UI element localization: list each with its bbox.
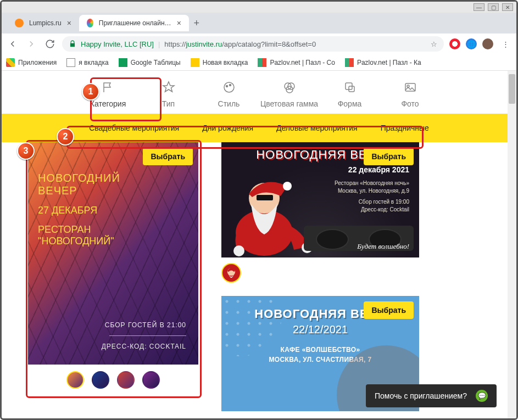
filter-shape[interactable]: Форма bbox=[320, 81, 380, 108]
url-scheme: https:// bbox=[164, 40, 186, 48]
help-widget[interactable]: Помочь с приглашением? 💬 bbox=[366, 384, 497, 407]
cards-grid: 3 Выбрать НОВОГОДНИЙ ВЕЧЕР 27 ДЕКАБРЯ РЕ… bbox=[2, 142, 516, 150]
filter-label: Форма bbox=[338, 99, 362, 108]
window-minimize-button[interactable]: — bbox=[474, 3, 484, 11]
apps-icon bbox=[6, 58, 15, 67]
yandex-icon bbox=[191, 58, 199, 67]
color-swatches bbox=[221, 257, 419, 288]
card-gather-time: СБОР ГОСТЕЙ В 21:00 bbox=[102, 321, 186, 329]
bookmark-label: Google Таблицы bbox=[131, 59, 181, 66]
favicon-icon bbox=[15, 19, 24, 27]
tab-title: Lumpics.ru bbox=[29, 19, 62, 27]
bookmark-label: Pazlov.net | Пазл - Ка bbox=[357, 59, 421, 66]
bookmarks-apps[interactable]: Приложения bbox=[6, 58, 57, 67]
bookmark-item[interactable]: Google Таблицы bbox=[119, 58, 181, 67]
menu-button[interactable]: ⋮ bbox=[499, 37, 512, 51]
color-swatch[interactable] bbox=[117, 371, 135, 389]
select-button[interactable]: Выбрать bbox=[143, 148, 193, 165]
color-swatches bbox=[28, 365, 198, 395]
select-button[interactable]: Выбрать bbox=[364, 301, 414, 319]
card-tagline: Будет волшебно! bbox=[357, 242, 409, 251]
favicon-icon bbox=[87, 19, 93, 27]
url-path: /app/catalog?limit=8&offset=0 bbox=[222, 40, 316, 48]
card-date: 27 ДЕКАБРЯ bbox=[38, 205, 120, 216]
reload-button[interactable] bbox=[43, 37, 57, 51]
filter-photo[interactable]: Фото bbox=[380, 81, 441, 108]
tab-title: Приглашение онлайн и сайт ме bbox=[99, 19, 171, 27]
help-label: Помочь с приглашением? bbox=[375, 391, 467, 400]
address-bar[interactable]: Happy Invite, LLC [RU] | https://justinv… bbox=[62, 36, 444, 52]
category-item[interactable]: Дни рождения bbox=[202, 124, 253, 132]
browser-toolbar: Happy Invite, LLC [RU] | https://justinv… bbox=[2, 33, 516, 54]
svg-rect-13 bbox=[257, 195, 273, 200]
filter-label: Стиль bbox=[218, 99, 240, 108]
bookmark-label: я вкладка bbox=[79, 59, 108, 66]
template-preview: НОВОГОДНИЙ ВЕЧЕР 27 ДЕКАБРЯ РЕСТОРАН"НОВ… bbox=[28, 142, 198, 365]
category-item[interactable]: Деловые мероприятия bbox=[276, 124, 358, 132]
card-title-line: НОВОГОДНИЙ bbox=[38, 172, 120, 184]
star-icon[interactable]: ☆ bbox=[431, 40, 437, 48]
select-button[interactable]: Выбрать bbox=[364, 148, 414, 165]
category-item[interactable]: Праздничные bbox=[381, 124, 429, 132]
card-date: 22/12/2021 bbox=[221, 323, 419, 336]
annotation-badge: 1 bbox=[82, 83, 99, 100]
bookmark-label: Приложения bbox=[18, 59, 57, 66]
category-item[interactable]: Свадебные мероприятия bbox=[89, 124, 179, 132]
card-dress-code: ДРЕСС-КОД: COCKTAIL bbox=[102, 343, 186, 350]
filter-tabs: Категория Тип Стиль Цветовая гамма Форма… bbox=[2, 71, 516, 114]
svg-point-14 bbox=[233, 245, 244, 256]
tab-close-icon[interactable]: × bbox=[177, 19, 181, 27]
bookmark-item[interactable]: я вкладка bbox=[66, 58, 108, 67]
new-tab-button[interactable]: + bbox=[189, 15, 204, 31]
window-maximize-button[interactable]: ▢ bbox=[488, 3, 499, 11]
scrollbar[interactable] bbox=[508, 71, 516, 418]
filter-style[interactable]: Стиль bbox=[199, 81, 259, 108]
venn-icon bbox=[283, 81, 296, 94]
filter-color[interactable]: Цветовая гамма bbox=[259, 81, 320, 108]
window-close-button[interactable]: ✕ bbox=[502, 3, 513, 11]
divider bbox=[109, 335, 186, 336]
tab-close-icon[interactable]: × bbox=[67, 19, 71, 27]
bookmark-item[interactable]: Новая вкладка bbox=[191, 58, 248, 67]
card-date: 22 декабря 2021 bbox=[348, 165, 409, 174]
color-swatch[interactable] bbox=[66, 371, 84, 389]
filter-label: Цветовая гамма bbox=[260, 99, 318, 108]
page-content: 1 Категория Тип Стиль Цветовая гамма Фор… bbox=[2, 71, 516, 418]
browser-tab[interactable]: Lumpics.ru × bbox=[7, 15, 79, 31]
annotation-badge: 3 bbox=[17, 142, 35, 160]
browser-tabs-row: Lumpics.ru × Приглашение онлайн и сайт м… bbox=[2, 13, 516, 33]
flag-icon bbox=[102, 81, 115, 94]
template-card[interactable]: Выбрать НОВОГОДНЯЯ ВЕЧЕ 22 декабря 2021 … bbox=[221, 142, 419, 288]
bookmark-item[interactable]: Pazlov.net | Пазл - Со bbox=[258, 58, 335, 67]
template-card[interactable]: Выбрать НОВОГОДНИЙ ВЕЧЕР 27 ДЕКАБРЯ РЕСТ… bbox=[28, 142, 198, 395]
back-button[interactable] bbox=[6, 37, 19, 51]
annotation-badge: 2 bbox=[57, 128, 74, 145]
svg-point-0 bbox=[224, 82, 234, 92]
filter-type[interactable]: Тип bbox=[138, 81, 199, 108]
filter-label: Фото bbox=[401, 99, 419, 108]
extension-icon[interactable]: 🌐 bbox=[466, 38, 477, 49]
sheets-icon bbox=[119, 58, 127, 67]
bookmarks-bar: Приложения я вкладка Google Таблицы Нова… bbox=[2, 54, 516, 71]
forward-button[interactable] bbox=[25, 37, 38, 51]
filter-label: Тип bbox=[162, 99, 175, 108]
browser-window: — ▢ ✕ Lumpics.ru × Приглашение онлайн и … bbox=[0, 0, 518, 420]
extension-icon[interactable] bbox=[449, 38, 460, 49]
puzzle-icon bbox=[258, 58, 266, 67]
scrollbar-thumb[interactable] bbox=[509, 74, 515, 104]
card-title-line: ВЕЧЕР bbox=[38, 184, 120, 197]
chat-icon: 💬 bbox=[476, 390, 488, 402]
color-swatch[interactable] bbox=[221, 263, 241, 283]
puzzle-icon bbox=[345, 58, 354, 67]
svg-point-2 bbox=[229, 85, 231, 86]
color-swatch[interactable] bbox=[92, 371, 109, 389]
lock-icon bbox=[69, 40, 76, 48]
profile-avatar[interactable] bbox=[482, 38, 493, 49]
shape-icon bbox=[343, 81, 357, 94]
filter-label: Категория bbox=[90, 99, 126, 108]
bookmark-item[interactable]: Pazlov.net | Пазл - Ка bbox=[345, 58, 421, 67]
color-swatch[interactable] bbox=[142, 371, 160, 389]
card-details: Ресторан «Новогодняя ночь» Москва, ул. Н… bbox=[335, 180, 409, 214]
star-icon bbox=[162, 81, 175, 94]
browser-tab[interactable]: Приглашение онлайн и сайт ме × bbox=[79, 15, 189, 31]
